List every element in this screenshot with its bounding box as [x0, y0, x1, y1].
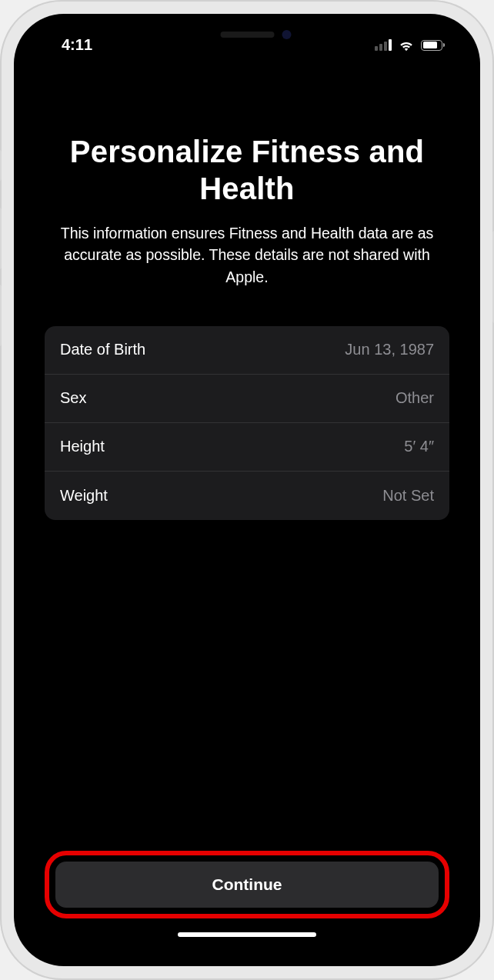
battery-icon	[421, 40, 445, 51]
wifi-icon	[398, 38, 415, 52]
content-area: Personalize Fitness and Health This info…	[22, 22, 472, 958]
notch	[157, 22, 338, 51]
row-value: 5′ 4″	[404, 438, 434, 455]
phone-bezel: 4:11	[14, 14, 480, 966]
details-card: Date of Birth Jun 13, 1987 Sex Other Hei…	[45, 326, 449, 520]
bottom-area: Continue	[45, 851, 449, 958]
side-button	[0, 208, 2, 269]
row-value: Jun 13, 1987	[345, 341, 434, 358]
status-time: 4:11	[62, 36, 92, 54]
row-label: Sex	[60, 389, 86, 407]
page-subtitle: This information ensures Fitness and Hea…	[45, 222, 449, 288]
status-right	[375, 38, 445, 52]
details-row-height[interactable]: Height 5′ 4″	[45, 423, 449, 472]
home-indicator[interactable]	[178, 932, 316, 937]
screen: 4:11	[22, 22, 472, 958]
side-button	[0, 285, 2, 346]
details-row-weight[interactable]: Weight Not Set	[45, 472, 449, 520]
row-label: Date of Birth	[60, 341, 145, 358]
row-value: Not Set	[382, 487, 434, 505]
details-row-sex[interactable]: Sex Other	[45, 375, 449, 423]
row-value: Other	[396, 389, 434, 407]
row-label: Height	[60, 438, 105, 455]
page-title: Personalize Fitness and Health	[45, 133, 449, 207]
phone-frame: 4:11	[0, 0, 494, 980]
annotation-highlight: Continue	[45, 851, 449, 918]
front-camera-icon	[282, 30, 292, 39]
cellular-signal-icon	[375, 39, 392, 51]
row-label: Weight	[60, 487, 108, 505]
side-button	[0, 150, 2, 181]
continue-button[interactable]: Continue	[55, 862, 439, 908]
details-row-date-of-birth[interactable]: Date of Birth Jun 13, 1987	[45, 326, 449, 375]
